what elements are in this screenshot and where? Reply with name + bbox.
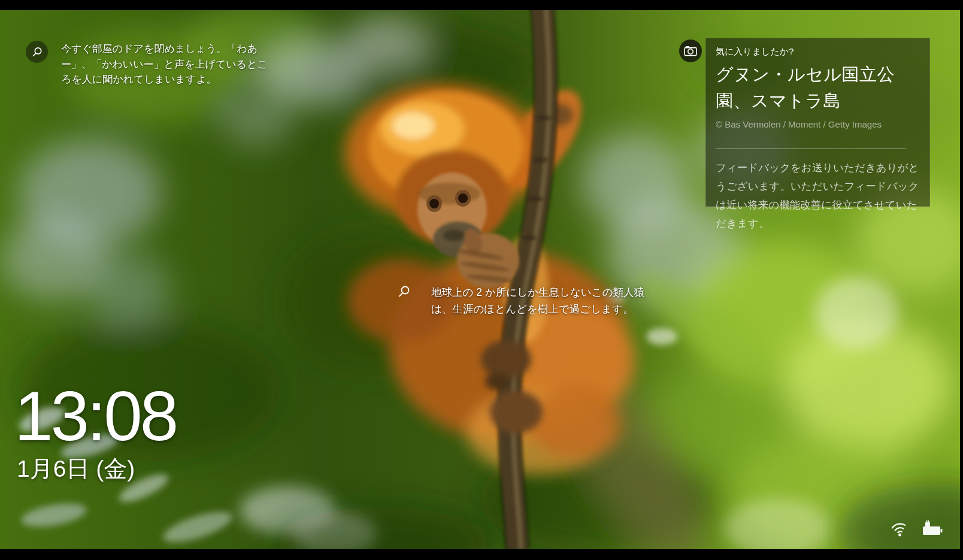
camera-icon <box>684 46 697 56</box>
search-icon <box>397 284 411 301</box>
system-tray <box>890 516 950 540</box>
clock-time: 13:08 <box>14 381 176 452</box>
hint-text-top-left[interactable]: 今すぐ部屋のドアを閉めましょう。「わあー」、「かわいいー」と声を上げているところ… <box>61 41 274 87</box>
wifi-icon[interactable] <box>890 519 909 538</box>
panel-divider <box>716 149 906 149</box>
spotlight-question: 気に入りましたか? <box>716 46 920 57</box>
spotlight-feedback-text: フィードバックをお送りいただきありがとうございます。いただいたフィードバックは近… <box>716 159 919 233</box>
battery-charging-icon <box>921 520 945 537</box>
spotlight-title-link[interactable]: グヌン・ルセル国立公園、スマトラ島 <box>716 61 920 114</box>
clock-date: 1月6日 (金) <box>17 454 135 484</box>
search-icon <box>31 46 43 58</box>
camera-hotspot-button[interactable] <box>679 40 702 62</box>
hint-text-center[interactable]: 地球上の 2 か所にしか生息しないこの類人猿は、生涯のほとんどを樹上で過ごします… <box>431 284 648 317</box>
lock-screen[interactable]: 今すぐ部屋のドアを閉めましょう。「わあー」、「かわいいー」と声を上げているところ… <box>0 0 963 560</box>
spotlight-photo-credit: © Bas Vermolen / Moment / Getty Images <box>716 119 920 130</box>
search-hotspot-button[interactable] <box>26 41 48 63</box>
spotlight-panel: 気に入りましたか? グヌン・ルセル国立公園、スマトラ島 © Bas Vermol… <box>705 38 930 207</box>
